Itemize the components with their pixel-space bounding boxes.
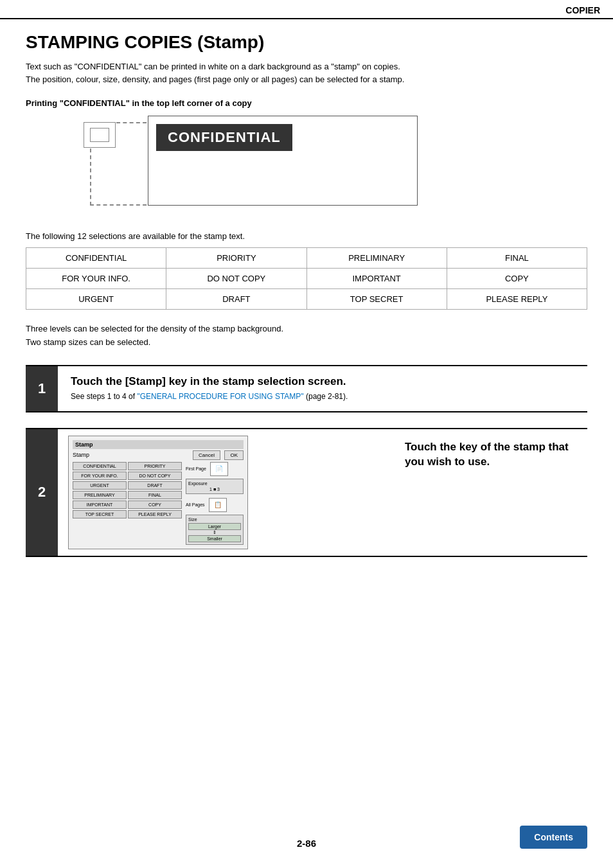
stamp-option-cell: DRAFT — [166, 289, 306, 310]
main-content: STAMPING COPIES (Stamp) Text such as "CO… — [0, 19, 613, 598]
stamp-demo: CONFIDENTIAL — [26, 116, 587, 218]
ui-toolbar: Stamp Cancel OK — [73, 452, 244, 458]
ui-exposure-label: Exposure — [188, 481, 241, 486]
stamp-option-cell: FINAL — [447, 248, 587, 269]
ui-stamp-option-btn[interactable]: TOP SECRET — [73, 510, 127, 518]
page-number: 2-86 — [213, 838, 400, 849]
ui-stamp-option-btn[interactable]: FOR YOUR INFO. — [73, 472, 127, 480]
ui-stamp-option-btn[interactable]: URGENT — [73, 481, 127, 490]
step2-right-text: Touch the key of the stamp that you wish… — [395, 429, 587, 481]
page-title: STAMPING COPIES (Stamp) — [26, 32, 587, 53]
ui-cancel-btn[interactable]: Cancel — [193, 450, 220, 460]
stamp-option-cell: PLEASE REPLY — [447, 289, 587, 310]
stamp-option-cell: FOR YOUR INFO. — [26, 269, 166, 289]
ui-stamp-option-btn[interactable]: COPY — [128, 500, 182, 509]
step1-content: Touch the [Stamp] key in the stamp selec… — [58, 366, 587, 410]
step2-left: 2 Stamp Stamp Cancel OK — [26, 429, 395, 556]
stamp-demo-icon-inner — [90, 128, 109, 142]
ui-stamp-grid: CONFIDENTIALPRIORITYFOR YOUR INFO.DO NOT… — [73, 462, 182, 518]
step1-block: 1 Touch the [Stamp] key in the stamp sel… — [26, 365, 587, 412]
ui-size-arrow: ⇕ — [188, 530, 241, 535]
stamp-option-cell: DO NOT COPY — [166, 269, 306, 289]
ui-smaller-btn[interactable]: Smaller — [188, 535, 241, 542]
ui-stamp-option-btn[interactable]: PRELIMINARY — [73, 491, 127, 499]
page-footer: 2-86 Contents — [0, 819, 613, 855]
step1-number: 1 — [26, 366, 58, 411]
ui-right-col: First Page 📄 Exposure 1 ■ 3 All Pages — [186, 462, 244, 545]
stamp-option-cell: PRIORITY — [166, 248, 306, 269]
stamp-demo-label: CONFIDENTIAL — [156, 124, 292, 151]
step2-screen: Stamp Stamp Cancel OK CONFIDENTIALPRIORI… — [58, 429, 395, 556]
stamp-demo-icon — [84, 122, 116, 148]
ui-stamp-option-btn[interactable]: DO NOT COPY — [128, 472, 182, 480]
step1-title: Touch the [Stamp] key in the stamp selec… — [71, 375, 574, 388]
ui-first-page-icon: 📄 — [210, 462, 228, 476]
ui-stamp-option-btn[interactable]: PRIORITY — [128, 462, 182, 470]
ui-stamp-option-btn[interactable]: DRAFT — [128, 481, 182, 490]
ui-stamp-option-btn[interactable]: IMPORTANT — [73, 500, 127, 509]
stamp-option-cell: IMPORTANT — [306, 269, 447, 289]
ui-stamp-option-btn[interactable]: FINAL — [128, 491, 182, 499]
selections-intro: The following 12 selections are availabl… — [26, 231, 587, 241]
ui-left-col: CONFIDENTIALPRIORITYFOR YOUR INFO.DO NOT… — [73, 462, 182, 545]
stamp-option-cell: CONFIDENTIAL — [26, 248, 166, 269]
section-heading: Printing "CONFIDENTIAL" in the top left … — [26, 98, 587, 108]
page-header: COPIER — [0, 0, 613, 19]
ui-first-page-row: First Page 📄 — [186, 462, 244, 476]
step2-number: 2 — [26, 429, 58, 556]
ui-larger-btn[interactable]: Larger — [188, 523, 241, 530]
ui-stamp-option-btn[interactable]: PLEASE REPLY — [128, 510, 182, 518]
step1-desc: See steps 1 to 4 of "GENERAL PROCEDURE F… — [71, 392, 574, 401]
footer-spacer2: Contents — [400, 826, 587, 849]
stamp-option-cell: URGENT — [26, 289, 166, 310]
stamp-option-cell: PRELIMINARY — [306, 248, 447, 269]
header-title: COPIER — [565, 5, 600, 15]
stamp-options-table: CONFIDENTIALPRIORITYPRELIMINARYFINALFOR … — [26, 247, 587, 310]
ui-size: Size Larger ⇕ Smaller — [186, 515, 244, 545]
contents-button[interactable]: Contents — [520, 826, 587, 849]
ui-title-bar: Stamp — [73, 440, 244, 449]
step1-link[interactable]: "GENERAL PROCEDURE FOR USING STAMP" — [137, 392, 303, 401]
intro-text: Text such as "CONFIDENTIAL" can be print… — [26, 60, 587, 85]
step2-block: 2 Stamp Stamp Cancel OK — [26, 428, 587, 557]
levels-text: Three levels can be selected for the den… — [26, 323, 587, 350]
ui-all-pages-row: All Pages 📋 — [186, 498, 244, 512]
ui-exposure: Exposure 1 ■ 3 — [186, 479, 244, 494]
stamp-option-cell: COPY — [447, 269, 587, 289]
ui-toolbar-label: Stamp — [73, 452, 89, 458]
ui-size-label: Size — [188, 517, 241, 522]
ui-stamp-option-btn[interactable]: CONFIDENTIAL — [73, 462, 127, 470]
stamp-option-cell: TOP SECRET — [306, 289, 447, 310]
ui-all-pages-icon: 📋 — [209, 498, 227, 512]
ui-mockup: Stamp Stamp Cancel OK CONFIDENTIALPRIORI… — [68, 436, 248, 549]
ui-exposure-bar: 1 ■ 3 — [188, 487, 241, 492]
ui-ok-btn[interactable]: OK — [224, 450, 244, 460]
stamp-demo-front-doc: CONFIDENTIAL — [148, 116, 418, 206]
ui-main: CONFIDENTIALPRIORITYFOR YOUR INFO.DO NOT… — [73, 462, 244, 545]
ui-toolbar-buttons: Cancel OK — [190, 452, 244, 458]
